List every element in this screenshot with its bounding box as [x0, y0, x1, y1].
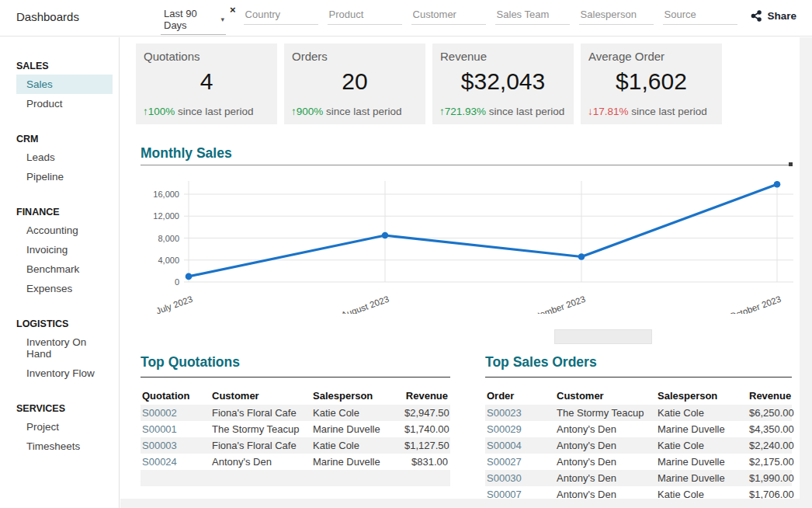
sidebar-item-leads[interactable]: Leads — [16, 148, 113, 167]
svg-text:September 2023: September 2023 — [522, 294, 587, 314]
kpi-delta: ↑721.93% since last period — [439, 106, 564, 117]
salesperson-cell: Katie Cole — [658, 437, 749, 454]
trend-up-icon: ↑721.93% — [439, 106, 486, 117]
sales-orders-table: OrderCustomerSalespersonRevenueS00023The… — [485, 388, 792, 503]
table-title: Top Quotations — [141, 354, 450, 371]
column-header-customer: Customer — [212, 388, 313, 405]
sidebar-item-expenses[interactable]: Expenses — [16, 279, 113, 298]
revenue-cell: $4,350.00 — [749, 421, 796, 437]
filter-input-customer[interactable] — [411, 8, 486, 25]
sidebar-item-product[interactable]: Product — [16, 94, 113, 113]
quotation-link[interactable]: S00001 — [142, 421, 212, 437]
kpi-card-quotations: Quotations4↑100% since last period — [136, 43, 277, 124]
chart-resize-handle[interactable] — [789, 162, 793, 166]
column-header-salesperson: Salesperson — [313, 388, 404, 405]
column-header-revenue: Revenue — [749, 388, 793, 405]
main-content: Quotations4↑100% since last periodOrders… — [120, 37, 800, 499]
filter-input-product[interactable] — [328, 8, 402, 25]
chart-scrollbar[interactable] — [554, 329, 652, 344]
kpi-label: Orders — [292, 50, 328, 63]
column-header-revenue: Revenue — [404, 388, 450, 405]
quotation-link[interactable]: S00024 — [142, 454, 212, 470]
revenue-cell: $1,990.00 — [749, 470, 796, 486]
sidebar-section-header-logistics: LOGISTICS — [16, 318, 119, 329]
table-row: S00003Fiona's Floral CafeKatie Cole$1,12… — [141, 437, 450, 454]
table-title-rule — [485, 377, 792, 378]
salesperson-cell: Katie Cole — [313, 405, 404, 421]
customer-cell: Fiona's Floral Cafe — [212, 437, 313, 454]
sidebar-item-invoicing[interactable]: Invoicing — [16, 240, 113, 259]
filter-input-sales-team[interactable] — [495, 8, 570, 25]
sidebar-section-header-finance: FINANCE — [16, 207, 119, 217]
revenue-cell: $2,175.00 — [749, 454, 796, 470]
trend-up-icon: ↑900% — [291, 106, 323, 117]
order-link[interactable]: S00030 — [487, 470, 557, 486]
filter-input-salesperson[interactable] — [579, 8, 654, 25]
table-row: S00001The Stormy TeacupMarine Duvelle$1,… — [141, 421, 450, 437]
horizontal-scrollbar[interactable] — [120, 499, 800, 508]
chevron-down-icon: ▾ — [220, 16, 224, 23]
order-link[interactable]: S00027 — [487, 454, 557, 470]
svg-text:16,000: 16,000 — [153, 190, 179, 199]
kpi-label: Quotations — [144, 50, 200, 63]
clear-filter-icon[interactable]: × — [230, 5, 236, 15]
sidebar-section-logistics: LOGISTICSInventory On HandInventory Flow — [0, 318, 119, 383]
sidebar-item-timesheets[interactable]: Timesheets — [16, 437, 113, 456]
column-header-order: Order — [487, 388, 557, 405]
table-row: S00029Antony's DenMarine Duvelle$4,350.0… — [485, 421, 792, 437]
sidebar-item-accounting[interactable]: Accounting — [16, 221, 113, 240]
trend-up-icon: ↑100% — [143, 106, 175, 117]
salesperson-cell: Marine Duvelle — [658, 421, 749, 437]
salesperson-cell: Katie Cole — [313, 437, 404, 454]
svg-text:August 2023: August 2023 — [340, 294, 390, 314]
trend-down-icon: ↓17.81% — [588, 106, 629, 117]
period-filter-value: Last 90 Days — [164, 8, 217, 31]
order-link[interactable]: S00004 — [487, 437, 557, 454]
sidebar-item-pipeline[interactable]: Pipeline — [16, 167, 113, 186]
kpi-delta: ↑900% since last period — [291, 106, 402, 117]
customer-cell: Antony's Den — [557, 454, 658, 470]
period-filter[interactable]: Last 90 Days ▾ — [161, 7, 226, 35]
sidebar-item-sales[interactable]: Sales — [16, 75, 113, 94]
order-link[interactable]: S00023 — [487, 405, 557, 421]
svg-text:0: 0 — [175, 277, 179, 287]
share-icon — [751, 10, 762, 22]
vertical-scrollbar[interactable] — [800, 37, 812, 508]
column-header-customer: Customer — [557, 388, 658, 405]
salesperson-cell: Katie Cole — [658, 405, 749, 421]
sidebar-item-benchmark[interactable]: Benchmark — [16, 259, 113, 279]
kpi-delta: ↓17.81% since last period — [588, 106, 707, 117]
svg-text:12,000: 12,000 — [153, 211, 179, 221]
kpi-value: 4 — [136, 68, 277, 95]
table-row: S00004Antony's DenKatie Cole$2,240.00 — [485, 437, 792, 454]
table-title-rule — [141, 377, 450, 378]
order-link[interactable]: S00029 — [487, 421, 557, 437]
sidebar-section-header-services: SERVICES — [16, 403, 119, 414]
table-empty-row — [141, 470, 450, 486]
filter-input-source[interactable] — [663, 8, 737, 25]
share-label: Share — [767, 10, 796, 22]
svg-text:8,000: 8,000 — [158, 234, 179, 243]
revenue-cell: $2,240.00 — [749, 437, 796, 454]
svg-text:October 2023: October 2023 — [728, 294, 783, 314]
salesperson-cell: Marine Duvelle — [313, 421, 404, 437]
revenue-cell: $831.00 — [404, 454, 450, 470]
filter-input-country[interactable] — [244, 8, 318, 25]
quotation-link[interactable]: S00002 — [142, 405, 212, 421]
sidebar-item-project[interactable]: Project — [16, 417, 113, 437]
kpi-value: $32,043 — [432, 68, 574, 95]
sidebar: SALESSalesProductCRMLeadsPipelineFINANCE… — [0, 37, 120, 508]
share-button[interactable]: Share — [751, 10, 796, 22]
quotation-link[interactable]: S00003 — [142, 437, 212, 454]
table-header-row: QuotationCustomerSalespersonRevenue — [141, 388, 450, 405]
revenue-cell: $2,947.50 — [404, 405, 452, 421]
sidebar-section-header-crm: CRM — [16, 134, 119, 144]
column-header-quotation: Quotation — [142, 388, 212, 405]
table-row: S00024Antony's DenMarine Duvelle$831.00 — [141, 454, 450, 470]
table-row: S00027Antony's DenMarine Duvelle$2,175.0… — [485, 454, 792, 470]
kpi-card-revenue: Revenue$32,043↑721.93% since last period — [432, 43, 574, 124]
salesperson-cell: Marine Duvelle — [658, 470, 749, 486]
sidebar-item-inventory-on-hand[interactable]: Inventory On Hand — [16, 332, 113, 364]
sidebar-item-inventory-flow[interactable]: Inventory Flow — [16, 364, 113, 383]
customer-cell: The Stormy Teacup — [212, 421, 313, 437]
